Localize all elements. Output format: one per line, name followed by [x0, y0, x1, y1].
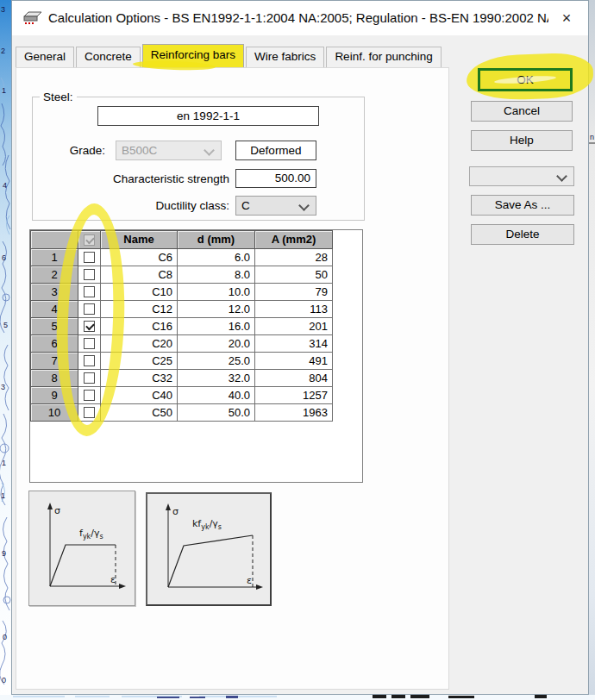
- bar-area[interactable]: 79: [255, 284, 333, 301]
- bar-name[interactable]: C12: [101, 301, 178, 318]
- bar-name[interactable]: C25: [101, 353, 178, 370]
- row-checkbox[interactable]: [84, 303, 95, 315]
- sigma-axis-label: σ: [172, 506, 178, 517]
- tab-reinf-for-punching[interactable]: Reinf. for punching: [326, 47, 441, 67]
- bar-area[interactable]: 314: [255, 335, 333, 353]
- tab-general[interactable]: General: [16, 47, 74, 67]
- steel-group-label: Steel:: [40, 91, 77, 103]
- tab-reinforcing-bars[interactable]: Reinforcing bars: [142, 44, 244, 67]
- bar-area[interactable]: 28: [255, 249, 333, 266]
- ok-button[interactable]: OK: [478, 68, 573, 91]
- checkbox-cell: [78, 370, 101, 387]
- row-number[interactable]: 5: [31, 318, 78, 335]
- select-all-checkbox[interactable]: [84, 234, 95, 246]
- row-checkbox[interactable]: [84, 252, 95, 263]
- bar-diameter[interactable]: 40.0: [178, 387, 255, 404]
- bar-diameter[interactable]: 25.0: [178, 353, 255, 370]
- steel-group: Steel: en 1992-1-1 Grade: B500C Deformed…: [32, 97, 365, 221]
- table-row: 10 C50 50.0 1963: [31, 404, 333, 422]
- row-number[interactable]: 10: [31, 404, 78, 422]
- bar-diameter[interactable]: 16.0: [178, 318, 255, 335]
- chevron-down-icon: [556, 171, 567, 182]
- stress-strain-diagram-hardening[interactable]: σ ε kfyk/γs: [146, 492, 272, 606]
- save-as-button[interactable]: Save As ...: [471, 195, 574, 216]
- epsilon-axis-label: ε: [247, 575, 252, 586]
- help-button[interactable]: Help: [471, 130, 573, 151]
- title-bar[interactable]: Calculation Options - BS EN1992-1-1:2004…: [12, 1, 588, 35]
- window-title: Calculation Options - BS EN1992-1-1:2004…: [48, 10, 548, 25]
- checkbox-cell: [78, 284, 101, 301]
- bar-area[interactable]: 50: [255, 266, 333, 284]
- checkbox-cell: [78, 249, 101, 266]
- row-checkbox[interactable]: [84, 286, 95, 297]
- row-checkbox[interactable]: [84, 407, 95, 418]
- stress-strain-diagram-elastic-plastic[interactable]: σ ε fyk/γs: [28, 491, 135, 606]
- bar-diameter[interactable]: 8.0: [178, 266, 255, 284]
- bar-name[interactable]: C50: [101, 404, 178, 422]
- table-row: 4 C12 12.0 113: [31, 301, 333, 318]
- row-number[interactable]: 1: [31, 249, 78, 266]
- row-number[interactable]: 3: [31, 284, 78, 301]
- corner-header-cell: [31, 231, 78, 249]
- row-number[interactable]: 9: [31, 387, 78, 404]
- row-checkbox[interactable]: [84, 338, 95, 349]
- checkbox-cell: [78, 266, 101, 284]
- cancel-button[interactable]: Cancel: [471, 101, 573, 122]
- bar-area[interactable]: 804: [255, 370, 333, 387]
- bar-area[interactable]: 491: [255, 353, 333, 370]
- deformed-button[interactable]: Deformed: [235, 141, 316, 160]
- row-checkbox[interactable]: [84, 321, 95, 332]
- bar-area[interactable]: 201: [255, 318, 333, 335]
- row-number[interactable]: 7: [31, 353, 78, 370]
- table-row: 8 C32 32.0 804: [31, 370, 333, 387]
- bar-name[interactable]: C10: [101, 284, 178, 301]
- tab-wire-fabrics[interactable]: Wire fabrics: [246, 47, 324, 67]
- bar-name[interactable]: C16: [101, 318, 178, 335]
- checkbox-cell: [78, 335, 101, 353]
- table-row: 2 C8 8.0 50: [31, 266, 333, 284]
- characteristic-strength-input[interactable]: 500.00: [235, 169, 316, 188]
- bar-diameter[interactable]: 10.0: [178, 284, 255, 301]
- grade-dropdown[interactable]: B500C: [116, 141, 222, 160]
- bar-diameter[interactable]: 20.0: [178, 335, 255, 353]
- bar-name[interactable]: C32: [101, 370, 178, 387]
- bar-name[interactable]: C20: [101, 335, 178, 353]
- ductility-class-value: C: [241, 199, 250, 212]
- bar-diameter[interactable]: 50.0: [178, 404, 255, 422]
- bar-table-container: Name d (mm) A (mm2) 1 C6 6.0 28 2 C8 8.0…: [29, 229, 363, 483]
- bar-diameter[interactable]: 12.0: [178, 301, 255, 318]
- close-button[interactable]: ×: [554, 7, 579, 29]
- row-checkbox[interactable]: [84, 390, 95, 401]
- select-all-header-cell: [78, 231, 101, 249]
- yield-strength-label: fyk/γs: [79, 528, 103, 541]
- ductility-class-dropdown[interactable]: C: [235, 196, 316, 216]
- bar-diameter[interactable]: 6.0: [178, 249, 255, 266]
- tab-label: Reinf. for punching: [335, 50, 432, 63]
- bar-diameter[interactable]: 32.0: [178, 370, 255, 387]
- row-number[interactable]: 6: [31, 335, 78, 353]
- delete-button[interactable]: Delete: [471, 224, 574, 245]
- bar-name[interactable]: C6: [101, 249, 178, 266]
- hardening-strength-label: kfyk/γs: [192, 518, 222, 531]
- app-icon: [22, 10, 43, 26]
- steel-standard-field[interactable]: en 1992-1-1: [97, 106, 319, 126]
- calculation-options-dialog: Calculation Options - BS EN1992-1-1:2004…: [11, 0, 589, 695]
- background-window-right: [589, 0, 595, 700]
- row-checkbox[interactable]: [84, 372, 95, 384]
- bar-area[interactable]: 113: [255, 301, 333, 318]
- row-number[interactable]: 4: [31, 301, 78, 318]
- bar-area[interactable]: 1963: [255, 404, 333, 422]
- bar-name[interactable]: C40: [101, 387, 178, 404]
- preset-dropdown[interactable]: [469, 166, 574, 186]
- tab-concrete[interactable]: Concrete: [76, 47, 141, 67]
- row-checkbox[interactable]: [84, 355, 95, 366]
- row-checkbox[interactable]: [84, 269, 95, 280]
- bar-area[interactable]: 1257: [255, 387, 333, 404]
- table-header-row: Name d (mm) A (mm2): [31, 231, 333, 249]
- row-number[interactable]: 8: [31, 370, 78, 387]
- bar-name[interactable]: C8: [101, 266, 178, 284]
- table-row: 9 C40 40.0 1257: [31, 387, 333, 404]
- row-number[interactable]: 2: [31, 266, 78, 284]
- column-header-name: Name: [101, 231, 178, 249]
- tab-label: Reinforcing bars: [151, 48, 235, 61]
